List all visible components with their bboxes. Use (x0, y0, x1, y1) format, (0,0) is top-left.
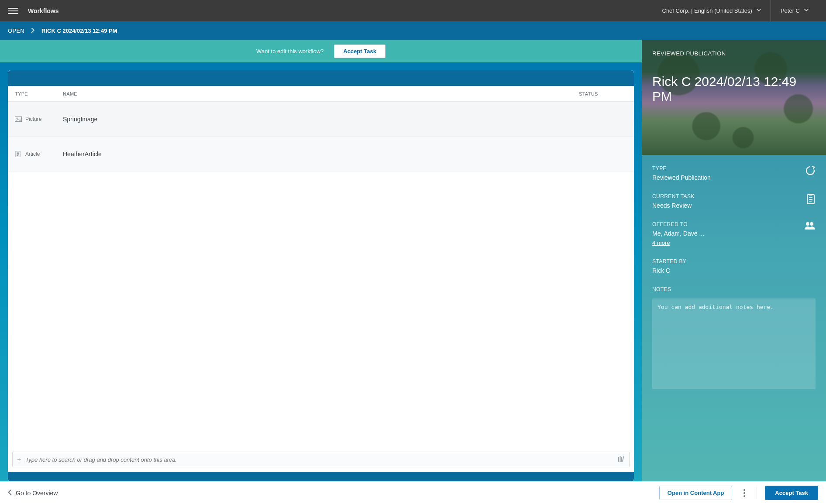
users-icon (803, 221, 816, 230)
chevron-right-icon (31, 27, 34, 34)
table-header: TYPE NAME STATUS (8, 86, 634, 102)
accept-banner: Want to edit this workflow? Accept Task (0, 40, 642, 62)
col-header-status[interactable]: STATUS (579, 91, 627, 96)
topbar: Workflows Chef Corp. | English (United S… (0, 0, 826, 21)
table-body: Picture SpringImage Articl (8, 102, 634, 448)
user-label: Peter C (781, 7, 800, 14)
task-label: CURRENT TASK (652, 193, 803, 199)
breadcrumb-open[interactable]: OPEN (8, 27, 24, 34)
library-icon[interactable] (618, 456, 625, 463)
chevron-left-icon[interactable] (8, 490, 11, 496)
accept-task-button[interactable]: Accept Task (334, 45, 385, 58)
offered-label: OFFERED TO (652, 221, 803, 227)
card-bottom-strip (8, 472, 634, 481)
divider (757, 487, 757, 499)
footer: Go to Overview Open in Content App Accep… (0, 481, 826, 504)
row-type: Picture (25, 116, 41, 122)
card-top-strip (8, 70, 634, 86)
hamburger-menu-icon[interactable] (8, 6, 18, 16)
plus-icon: + (17, 456, 21, 463)
started-value: Rick C (652, 267, 816, 274)
sidebar-hero: REVIEWED PUBLICATION Rick C 2024/02/13 1… (642, 40, 826, 155)
table-row[interactable]: Article HeatherArticle (8, 137, 634, 171)
org-label: Chef Corp. | English (United States) (662, 7, 752, 14)
sidebar-eyebrow: REVIEWED PUBLICATION (652, 50, 816, 57)
notes-label: NOTES (652, 286, 816, 292)
sidebar-title: Rick C 2024/02/13 12:49 PM (652, 74, 816, 104)
breadcrumb: OPEN RICK C 2024/02/13 12:49 PM (0, 21, 826, 40)
user-switcher[interactable]: Peter C (771, 0, 818, 21)
task-value: Needs Review (652, 202, 803, 209)
offered-more-link[interactable]: 4 more (652, 240, 670, 246)
more-actions-icon[interactable] (740, 488, 749, 498)
type-value: Reviewed Publication (652, 174, 803, 181)
svg-point-17 (810, 222, 813, 226)
col-header-type[interactable]: TYPE (15, 91, 63, 96)
row-name: HeatherArticle (63, 151, 579, 158)
svg-rect-7 (618, 457, 619, 462)
content-drop-search[interactable]: + (12, 452, 630, 467)
svg-rect-8 (620, 456, 621, 462)
main-area: TYPE NAME STATUS Picture (0, 62, 642, 481)
svg-rect-9 (621, 457, 622, 462)
cycle-icon (803, 165, 816, 176)
type-label: TYPE (652, 165, 803, 171)
search-input[interactable] (25, 456, 618, 463)
breadcrumb-title: RICK C 2024/02/13 12:49 PM (41, 27, 117, 34)
org-switcher[interactable]: Chef Corp. | English (United States) (653, 0, 771, 21)
row-name: SpringImage (63, 116, 579, 123)
banner-text: Want to edit this workflow? (256, 48, 324, 55)
offered-value: Me, Adam, Dave ... (652, 230, 803, 237)
app-title: Workflows (28, 7, 59, 14)
svg-rect-10 (622, 456, 624, 461)
go-to-overview-link[interactable]: Go to Overview (16, 490, 58, 497)
chevron-down-icon (804, 9, 809, 13)
row-type: Article (25, 151, 40, 157)
detail-sidebar: REVIEWED PUBLICATION Rick C 2024/02/13 1… (642, 40, 826, 481)
svg-point-16 (806, 222, 809, 226)
content-card: TYPE NAME STATUS Picture (8, 70, 634, 481)
col-header-name[interactable]: NAME (63, 91, 579, 96)
open-in-content-app-button[interactable]: Open in Content App (659, 486, 733, 500)
svg-rect-2 (16, 151, 20, 157)
notes-textarea[interactable] (652, 298, 816, 389)
svg-point-1 (17, 117, 18, 119)
clipboard-icon (803, 193, 816, 205)
chevron-down-icon (757, 9, 761, 13)
article-icon (15, 151, 22, 157)
accept-task-button-footer[interactable]: Accept Task (765, 486, 818, 500)
started-label: STARTED BY (652, 258, 816, 264)
picture-icon (15, 116, 22, 122)
svg-rect-12 (809, 194, 812, 195)
table-row[interactable]: Picture SpringImage (8, 102, 634, 137)
